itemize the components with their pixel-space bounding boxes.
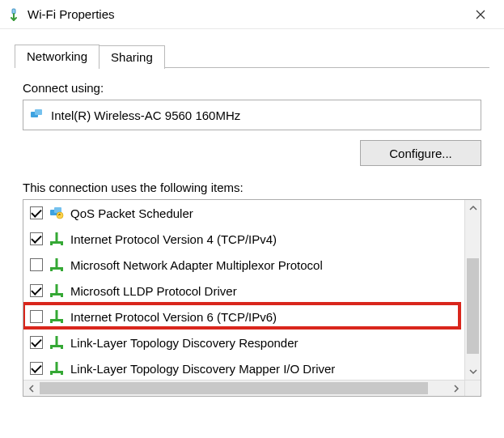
window-title: Wi-Fi Properties (28, 7, 462, 21)
svg-rect-18 (61, 295, 63, 297)
list-viewport: QoS Packet SchedulerInternet Protocol Ve… (23, 200, 481, 381)
scroll-track[interactable] (465, 216, 481, 364)
network-protocol-icon (49, 335, 64, 350)
list-item[interactable]: QoS Packet Scheduler (23, 200, 481, 226)
scroll-left-arrow-icon[interactable] (23, 381, 40, 396)
list-item[interactable]: Internet Protocol Version 4 (TCP/IPv4) (23, 226, 481, 252)
item-label: Link-Layer Topology Discovery Responder (70, 336, 476, 350)
titlebar: Wi-Fi Properties (0, 0, 504, 29)
svg-rect-21 (50, 321, 53, 323)
scroll-thumb[interactable] (40, 382, 428, 394)
svg-rect-25 (50, 347, 53, 349)
tab-label: Sharing (111, 50, 153, 64)
configure-row: Configure... (23, 140, 481, 166)
connection-items-list: QoS Packet SchedulerInternet Protocol Ve… (23, 199, 481, 397)
svg-rect-3 (35, 109, 42, 115)
item-label: Microsoft Network Adapter Multiplexor Pr… (70, 258, 476, 272)
svg-rect-14 (61, 269, 63, 271)
scroll-up-arrow-icon[interactable] (465, 200, 481, 216)
svg-rect-9 (50, 243, 53, 245)
item-checkbox[interactable] (30, 284, 43, 297)
item-checkbox[interactable] (30, 310, 43, 323)
network-protocol-icon (49, 283, 64, 298)
network-protocol-icon (49, 361, 64, 376)
adapter-box[interactable]: Intel(R) Wireless-AC 9560 160MHz (23, 100, 481, 130)
svg-rect-19 (56, 310, 58, 319)
scroll-right-arrow-icon[interactable] (448, 381, 464, 396)
scroll-track[interactable] (40, 381, 448, 396)
svg-rect-26 (61, 347, 63, 349)
item-label: Microsoft LLDP Protocol Driver (70, 284, 476, 298)
adapter-name: Intel(R) Wireless-AC 9560 160MHz (51, 108, 240, 122)
list-item[interactable]: Link-Layer Topology Discovery Responder (23, 330, 481, 355)
horizontal-scrollbar[interactable] (23, 380, 464, 396)
tab-sharing[interactable]: Sharing (99, 45, 165, 69)
list-item[interactable]: Internet Protocol Version 6 (TCP/IPv6) (23, 304, 481, 330)
network-protocol-icon (49, 257, 64, 272)
svg-rect-17 (50, 295, 53, 297)
svg-rect-13 (50, 269, 53, 271)
item-label: Internet Protocol Version 6 (TCP/IPv6) (70, 310, 476, 324)
svg-rect-11 (56, 258, 58, 267)
scroll-thumb[interactable] (467, 258, 479, 354)
svg-rect-23 (56, 336, 58, 345)
item-checkbox[interactable] (30, 336, 43, 349)
wifi-properties-window: Wi-Fi Properties Networking Sharing Conn… (0, 0, 504, 397)
wifi-adapter-icon (6, 7, 21, 22)
vertical-scrollbar[interactable] (464, 200, 481, 380)
tab-label: Networking (27, 49, 87, 63)
qos-icon (49, 206, 64, 220)
svg-rect-27 (56, 362, 58, 371)
tabstrip: Networking Sharing (0, 29, 504, 67)
list-item[interactable]: Microsoft Network Adapter Multiplexor Pr… (23, 252, 481, 278)
networking-panel: Connect using: Intel(R) Wireless-AC 9560… (0, 68, 504, 397)
button-label: Configure... (389, 147, 452, 160)
connect-using-label: Connect using: (23, 81, 481, 95)
items-label: This connection uses the following items… (23, 181, 481, 194)
item-checkbox[interactable] (30, 362, 43, 375)
item-label: Internet Protocol Version 4 (TCP/IPv4) (70, 232, 476, 246)
item-label: QoS Packet Scheduler (70, 206, 476, 220)
close-button[interactable] (462, 2, 499, 27)
scrollbar-corner (464, 380, 481, 396)
item-checkbox[interactable] (30, 206, 43, 219)
scroll-down-arrow-icon[interactable] (465, 364, 481, 380)
svg-rect-7 (56, 232, 58, 241)
network-adapter-icon (30, 108, 44, 122)
list-item[interactable]: Microsoft LLDP Protocol Driver (23, 278, 481, 304)
svg-rect-15 (56, 284, 58, 293)
network-protocol-icon (49, 309, 64, 324)
item-checkbox[interactable] (30, 258, 43, 271)
svg-rect-22 (61, 321, 63, 323)
svg-rect-29 (50, 372, 53, 375)
svg-rect-10 (61, 243, 63, 245)
svg-rect-30 (61, 372, 63, 375)
item-checkbox[interactable] (30, 232, 43, 245)
list-item[interactable]: Link-Layer Topology Discovery Mapper I/O… (23, 355, 481, 381)
network-protocol-icon (49, 232, 64, 246)
configure-button[interactable]: Configure... (360, 140, 481, 166)
item-label: Link-Layer Topology Discovery Mapper I/O… (70, 362, 476, 376)
tab-networking[interactable]: Networking (15, 45, 100, 68)
